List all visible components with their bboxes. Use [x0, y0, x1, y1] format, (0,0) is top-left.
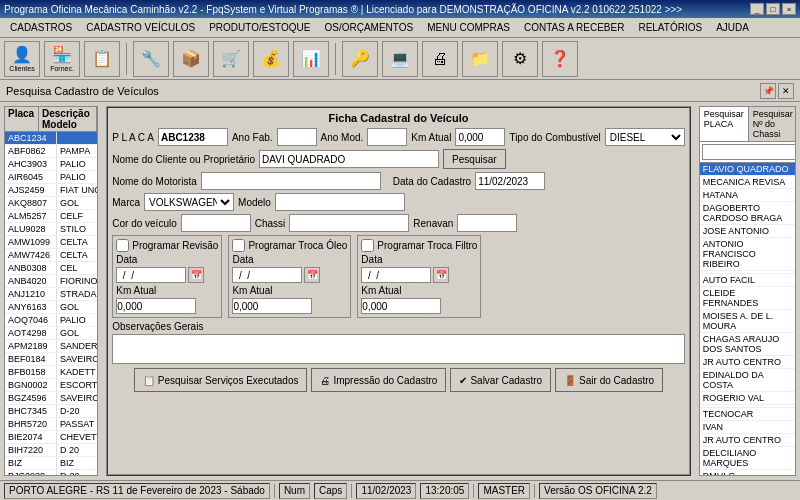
menu-compras[interactable]: MENU COMPRAS — [421, 20, 516, 35]
vehicle-list-row[interactable]: BGZ4596SAVEIRO — [5, 392, 97, 405]
pesquisar-cliente-btn[interactable]: Pesquisar — [443, 149, 505, 169]
client-list-item[interactable]: ANTONIO FRANCISCO RIBEIRO — [700, 238, 795, 271]
clientes-btn[interactable]: 👤 Clientes — [4, 41, 40, 77]
tb11-btn[interactable]: ⚙ — [502, 41, 538, 77]
vehicle-list-row[interactable]: BFB0158KADETT — [5, 366, 97, 379]
impressao-btn[interactable]: 🖨 Impressão do Cadastro — [311, 368, 446, 392]
client-list-item[interactable]: JOSE ANTONIO — [700, 225, 795, 238]
vehicle-list-row[interactable]: BIE2074CHEVETTE — [5, 431, 97, 444]
km-input[interactable] — [455, 128, 505, 146]
vehicle-list-row[interactable]: AKQ8807GOL — [5, 197, 97, 210]
client-list-item[interactable]: TECNOCAR — [700, 408, 795, 421]
minimize-btn[interactable]: _ — [750, 3, 764, 15]
client-list-item[interactable]: ROGERIO VAL — [700, 392, 795, 405]
client-list-item[interactable]: JR AUTO CENTRO — [700, 356, 795, 369]
km-revisao-input[interactable] — [116, 298, 196, 314]
prog-oleo-checkbox[interactable] — [232, 239, 245, 252]
obs-textarea[interactable] — [112, 334, 684, 364]
vehicle-list-row[interactable]: AMW1099CELTA — [5, 236, 97, 249]
client-list-item[interactable]: DAGOBERTO CARDOSO BRAGA — [700, 202, 795, 225]
client-list-item[interactable]: DMULG — [700, 470, 795, 475]
vehicle-list-row[interactable]: ANB0308CEL — [5, 262, 97, 275]
vehicle-list-row[interactable]: BHR5720PASSAT — [5, 418, 97, 431]
vehicle-list-row[interactable]: ABC1234 — [5, 132, 97, 145]
data-cad-input[interactable] — [475, 172, 545, 190]
tb7-btn[interactable]: 🔑 — [342, 41, 378, 77]
tb9-btn[interactable]: 🖨 — [422, 41, 458, 77]
vehicle-list-row[interactable]: AOT4298GOL — [5, 327, 97, 340]
pesquisar-servicos-btn[interactable]: 📋 Pesquisar Serviços Executados — [134, 368, 308, 392]
vehicle-list-row[interactable]: ANB4020FIORINO — [5, 275, 97, 288]
menu-cadastros[interactable]: CADASTROS — [4, 20, 78, 35]
vehicle-list-row[interactable]: AJS2459FIAT UNO — [5, 184, 97, 197]
tb5-btn[interactable]: 💰 — [253, 41, 289, 77]
cal-revisao-btn[interactable]: 📅 — [188, 267, 204, 283]
chassi-input[interactable] — [289, 214, 409, 232]
km-oleo-input[interactable] — [232, 298, 312, 314]
vehicle-list-row[interactable]: BGN0002ESCORT — [5, 379, 97, 392]
menu-produto-estoque[interactable]: PRODUTO/ESTOQUE — [203, 20, 316, 35]
marca-select[interactable]: VOLKSWAGENFORDFIATCHEVROLET — [144, 193, 234, 211]
client-list-item[interactable]: JR AUTO CENTRO — [700, 434, 795, 447]
tb6-btn[interactable]: 📊 — [293, 41, 329, 77]
menu-ajuda[interactable]: AJUDA — [710, 20, 755, 35]
comb-select[interactable]: DIESELGASOLINAETANOLGNVFLEX — [605, 128, 685, 146]
vehicle-list-row[interactable]: AHC3903PALIO — [5, 158, 97, 171]
tb4-btn[interactable]: 🛒 — [213, 41, 249, 77]
tb10-btn[interactable]: 📁 — [462, 41, 498, 77]
menu-contas-receber[interactable]: CONTAS A RECEBER — [518, 20, 630, 35]
vehicle-list-row[interactable]: AOQ7046PALIO — [5, 314, 97, 327]
vehicle-list-row[interactable]: AIR6045PALIO — [5, 171, 97, 184]
vehicle-list-row[interactable]: BJC2028D-20 — [5, 470, 97, 475]
client-list-item[interactable]: AUTO FACIL — [700, 274, 795, 287]
tb8-btn[interactable]: 💻 — [382, 41, 418, 77]
maximize-btn[interactable]: □ — [766, 3, 780, 15]
vehicle-list-row[interactable]: ABF0862PAMPA — [5, 145, 97, 158]
tb2-btn[interactable]: 🔧 — [133, 41, 169, 77]
prog-filtro-checkbox[interactable] — [361, 239, 374, 252]
prog-filtro-label[interactable]: Programar Troca Filtro — [361, 239, 477, 252]
pin-icon[interactable]: 📌 — [760, 83, 776, 99]
vehicle-list-row[interactable]: ANJ1210STRADA — [5, 288, 97, 301]
vehicle-list-row[interactable]: BIH7220D 20 — [5, 444, 97, 457]
window-controls[interactable]: _ □ × — [750, 3, 796, 15]
cal-oleo-btn[interactable]: 📅 — [304, 267, 320, 283]
km-filtro-input[interactable] — [361, 298, 441, 314]
sair-btn[interactable]: 🚪 Sair do Cadastro — [555, 368, 663, 392]
tb12-btn[interactable]: ❓ — [542, 41, 578, 77]
ano-fab-input[interactable] — [277, 128, 317, 146]
tb-f-btn[interactable]: 📋 — [84, 41, 120, 77]
vehicle-list-row[interactable]: APM2189SANDERO — [5, 340, 97, 353]
date-revisao-input[interactable] — [116, 267, 186, 283]
menu-cad-veiculos[interactable]: CADASTRO VEÍCULOS — [80, 20, 201, 35]
modelo-input[interactable] — [275, 193, 405, 211]
vehicle-list-row[interactable]: ALM5257CELF — [5, 210, 97, 223]
client-list-item[interactable]: CLEIDE FERNANDES — [700, 287, 795, 310]
vehicle-list-row[interactable]: ALU9028STILO — [5, 223, 97, 236]
tab-placa[interactable]: Pesquisar PLACA — [700, 107, 749, 141]
client-list-item[interactable]: HATANA — [700, 189, 795, 202]
cor-input[interactable] — [181, 214, 251, 232]
date-oleo-input[interactable] — [232, 267, 302, 283]
vehicle-list-row[interactable]: ANY6163GOL — [5, 301, 97, 314]
ano-mod-input[interactable] — [367, 128, 407, 146]
prog-revisao-checkbox[interactable] — [116, 239, 129, 252]
close-btn[interactable]: × — [782, 3, 796, 15]
tb3-btn[interactable]: 📦 — [173, 41, 209, 77]
menu-os-orcamentos[interactable]: OS/ORÇAMENTOS — [318, 20, 419, 35]
renavan-input[interactable] — [457, 214, 517, 232]
menu-relatorios[interactable]: RELATÓRIOS — [632, 20, 708, 35]
client-input[interactable] — [259, 150, 439, 168]
client-list-item[interactable]: FLAVIO QUADRADO — [700, 163, 795, 176]
vehicle-list-row[interactable]: BEF0184SAVEIRO — [5, 353, 97, 366]
fornec-btn[interactable]: 🏪 Fornec. — [44, 41, 80, 77]
client-list-item[interactable]: CHAGAS ARAUJO DOS SANTOS — [700, 333, 795, 356]
date-filtro-input[interactable] — [361, 267, 431, 283]
vehicle-list-row[interactable]: BHC7345D-20 — [5, 405, 97, 418]
client-list-item[interactable]: MOISES A. DE L. MOURA — [700, 310, 795, 333]
vehicle-list-row[interactable]: AMW7426CELTA — [5, 249, 97, 262]
vehicle-list-row[interactable]: BIZBIZ — [5, 457, 97, 470]
client-list-item[interactable]: MECANICA REVISA — [700, 176, 795, 189]
salvar-btn[interactable]: ✔ Salvar Cadastro — [450, 368, 551, 392]
client-list-item[interactable]: DELCILIANO MARQUES — [700, 447, 795, 470]
